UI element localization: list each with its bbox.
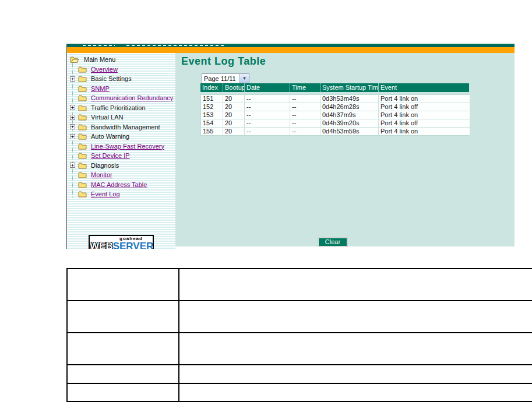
event-log-cell: Port 4 link off xyxy=(379,119,470,128)
clear-button[interactable]: Clear xyxy=(318,238,347,246)
page-select[interactable]: Page 11/11 ▼ xyxy=(202,73,249,83)
folder-icon xyxy=(78,75,87,82)
event-col-header: Bootup xyxy=(223,83,244,92)
sidebar-item-basic-settings: +Basic Settings xyxy=(67,74,175,84)
event-log-cell: 20 xyxy=(223,103,245,111)
event-col-header: Time xyxy=(290,83,320,92)
chevron-down-icon[interactable]: ▼ xyxy=(239,74,249,83)
description-table-row xyxy=(68,365,532,384)
sidebar-item-label[interactable]: Line-Swap Fast Recovery xyxy=(91,143,164,150)
event-col-header: Date xyxy=(244,83,290,92)
event-log-row: 15520----0d4h53m59sPort 4 link on xyxy=(201,128,468,135)
sidebar-item-main-menu: Main Menu xyxy=(67,55,175,65)
sidebar-item-overview: Overview xyxy=(67,65,175,75)
sidebar-item-snmp: SNMP xyxy=(67,84,175,94)
event-log-cell: -- xyxy=(290,95,320,103)
folder-icon xyxy=(78,171,87,178)
sidebar-item-label: Basic Settings xyxy=(91,75,132,82)
sidebar-item-label[interactable]: Set Device IP xyxy=(91,152,130,159)
sidebar-item-line-swap-fast-recovery: Line-Swap Fast Recovery xyxy=(67,142,175,151)
description-table-cell xyxy=(179,333,532,364)
event-log-cell: 153 xyxy=(201,111,223,119)
folder-icon xyxy=(78,94,87,101)
expand-plus-icon[interactable]: + xyxy=(70,124,75,129)
content-pane: Event Log Table Page 11/11 ▼ IndexBootup… xyxy=(175,53,515,246)
sidebar-item-label: Virtual LAN xyxy=(91,114,123,121)
description-table-cell xyxy=(68,384,179,401)
page-select-value: Page 11/11 xyxy=(202,75,239,82)
expand-plus-icon[interactable]: + xyxy=(70,163,75,168)
description-table-row xyxy=(68,384,532,401)
description-table-row xyxy=(68,333,532,365)
goahead-webserver-logo: goahead WEBSERVER xyxy=(89,235,154,249)
event-log-cell: 0d4h26m28s xyxy=(320,103,379,111)
description-table-cell xyxy=(68,269,179,300)
event-log-cell: -- xyxy=(245,95,290,103)
event-log-cell: 0d4h53m59s xyxy=(320,128,379,135)
event-log-cell: 152 xyxy=(201,103,223,111)
event-col-header: System Startup Time xyxy=(320,83,378,92)
event-log-cell: 0d4h37m9s xyxy=(320,111,379,119)
event-log-row: 15420----0d4h39m20sPort 4 link off xyxy=(201,119,468,128)
event-log-cell: 20 xyxy=(223,128,245,135)
folder-icon xyxy=(78,124,87,131)
expand-plus-icon[interactable]: + xyxy=(70,134,75,139)
sidebar-item-virtual-lan: +Virtual LAN xyxy=(67,112,175,122)
event-log-cell: -- xyxy=(245,103,290,111)
folder-icon xyxy=(78,66,87,73)
event-col-header: Index xyxy=(200,83,223,92)
folder-icon xyxy=(78,152,87,159)
event-log-row: 15220----0d4h26m28sPort 4 link off xyxy=(201,103,468,111)
sidebar: Main MenuOverview+Basic SettingsSNMPComm… xyxy=(67,53,175,249)
sidebar-item-mac-address-table: MAC Address Table xyxy=(67,180,175,190)
logo-server-text: SERVER xyxy=(113,241,154,249)
event-log-cell: -- xyxy=(245,111,290,119)
description-table xyxy=(66,268,532,402)
description-table-cell xyxy=(179,365,532,383)
ui-body: Main MenuOverview+Basic SettingsSNMPComm… xyxy=(67,53,515,249)
description-table-cell xyxy=(179,269,532,300)
folder-icon xyxy=(78,104,87,111)
folder-icon xyxy=(78,143,87,150)
event-log-cell: -- xyxy=(290,111,320,119)
sidebar-item-label: Diagnosis xyxy=(91,162,119,169)
event-log-cell: 151 xyxy=(201,95,223,103)
sidebar-item-label: Traffic Prioritization xyxy=(91,104,146,111)
banner-text-fragment xyxy=(83,45,115,46)
event-log-cell: -- xyxy=(290,128,320,135)
folder-icon xyxy=(78,114,87,121)
page-title: Event Log Table xyxy=(181,55,266,68)
sidebar-item-label[interactable]: SNMP xyxy=(91,85,110,92)
sidebar-item-label[interactable]: Monitor xyxy=(91,171,112,178)
event-log-cell: -- xyxy=(290,103,320,111)
description-table-row xyxy=(68,301,532,333)
event-log-cell: 20 xyxy=(223,95,245,103)
sidebar-item-label[interactable]: MAC Address Table xyxy=(91,181,147,188)
event-log-table: IndexBootupDateTimeSystem Startup TimeEv… xyxy=(200,83,469,136)
event-log-body: 15120----0d3h53m49sPort 4 link on15220--… xyxy=(200,94,469,136)
sidebar-item-label: Main Menu xyxy=(84,56,115,63)
expand-plus-icon[interactable]: + xyxy=(70,105,75,110)
expand-plus-icon[interactable]: + xyxy=(70,115,75,120)
sidebar-item-label[interactable]: Event Log xyxy=(91,191,120,198)
description-table-cell xyxy=(68,365,179,383)
manual-page: Main MenuOverview+Basic SettingsSNMPComm… xyxy=(0,0,532,402)
event-log-cell: 154 xyxy=(201,119,223,128)
description-table-cell xyxy=(179,384,532,401)
event-col-header: Event xyxy=(378,83,469,92)
sidebar-item-label[interactable]: Overview xyxy=(91,66,118,73)
event-log-cell: Port 4 link on xyxy=(379,95,470,103)
event-log-header-row: IndexBootupDateTimeSystem Startup TimeEv… xyxy=(200,83,469,92)
event-log-cell: 0d3h53m49s xyxy=(320,95,379,103)
expand-plus-icon[interactable]: + xyxy=(70,76,75,82)
event-log-cell: 155 xyxy=(201,128,223,135)
folder-icon xyxy=(78,85,87,92)
event-log-cell: Port 4 link on xyxy=(379,128,470,135)
folder-icon xyxy=(78,181,87,188)
banner-text-fragment xyxy=(126,45,226,46)
event-log-cell: -- xyxy=(290,119,320,128)
top-banner-cropped xyxy=(67,44,515,47)
logo-web-text: WEB xyxy=(90,241,113,249)
open-folder-icon xyxy=(70,56,79,63)
sidebar-item-label[interactable]: Communication Redundancy xyxy=(91,94,173,101)
